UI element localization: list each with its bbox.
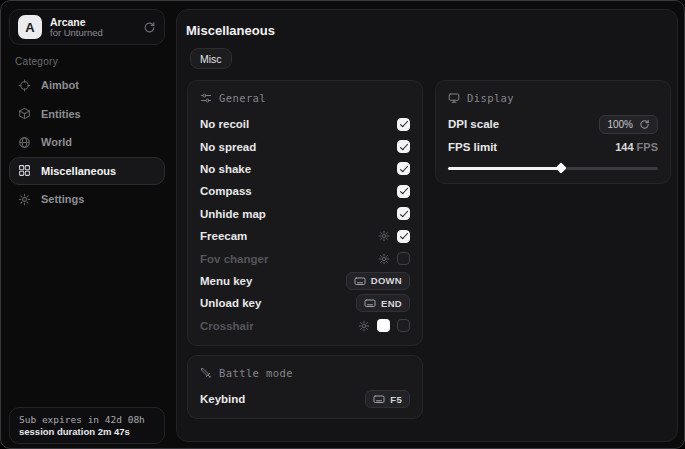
display-panel: Display DPI scale 100% FPS limit	[435, 80, 671, 184]
sub-expiry-text: Sub expires in 42d 08h	[19, 414, 155, 425]
crosshair-gear-icon[interactable]	[358, 320, 370, 332]
sidebar-item-label: Settings	[41, 193, 84, 205]
session-duration-text: session duration 2m 47s	[19, 426, 155, 437]
setting-row-crosshair: Crosshair	[200, 315, 410, 337]
subscription-status-box: Sub expires in 42d 08h session duration …	[9, 407, 165, 444]
reset-icon[interactable]	[639, 119, 650, 130]
dpi-scale-control[interactable]: 100%	[599, 115, 658, 134]
keyboard-icon	[354, 275, 366, 287]
cube-icon	[18, 107, 31, 120]
page-title: Miscellaneous	[186, 23, 275, 38]
panel-title: Battle mode	[219, 367, 293, 379]
sidebar: A Arcane for Unturned Category Aimbot En…	[1, 1, 173, 448]
fps-limit-value: 144	[615, 141, 633, 153]
fov-changer-checkbox[interactable]	[397, 252, 410, 265]
sidebar-nav: Aimbot Entities World Miscellaneous Sett…	[9, 71, 165, 214]
fps-slider-handle[interactable]	[556, 163, 567, 174]
crosshair-color-swatch[interactable]	[377, 319, 390, 332]
no-spread-checkbox[interactable]	[397, 140, 410, 153]
setting-row-no-spread: No spread	[200, 135, 410, 157]
crosshair-checkbox[interactable]	[397, 319, 410, 332]
sidebar-item-entities[interactable]: Entities	[9, 100, 165, 128]
sidebar-item-label: Miscellaneous	[41, 165, 116, 177]
main-content: Miscellaneous Misc General No recoil No	[176, 9, 678, 442]
setting-row-fov-changer: Fov changer	[200, 247, 410, 269]
brand-subtitle: for Unturned	[50, 28, 135, 39]
sliders-icon	[200, 92, 212, 104]
fps-limit-unit: FPS	[637, 141, 658, 153]
sidebar-item-label: Aimbot	[41, 79, 79, 91]
reload-icon[interactable]	[143, 21, 156, 34]
category-label: Category	[15, 56, 58, 67]
setting-row-battle-keybind: Keybind F5	[200, 388, 410, 410]
setting-row-no-shake: No shake	[200, 158, 410, 180]
grid-icon	[18, 164, 31, 177]
fps-slider-fill	[448, 167, 561, 170]
sidebar-item-label: Entities	[41, 108, 81, 120]
sidebar-item-label: World	[41, 136, 72, 148]
panel-title: Display	[467, 92, 514, 104]
gear-icon	[18, 193, 31, 206]
compass-checkbox[interactable]	[397, 185, 410, 198]
setting-row-compass: Compass	[200, 180, 410, 202]
crosshair-icon	[18, 79, 31, 92]
battle-mode-panel: Battle mode Keybind F5	[187, 355, 423, 419]
setting-row-unhide-map: Unhide map	[200, 203, 410, 225]
freecam-checkbox[interactable]	[397, 230, 410, 243]
sword-icon	[200, 367, 212, 379]
app-window: A Arcane for Unturned Category Aimbot En…	[0, 0, 685, 449]
freecam-gear-icon[interactable]	[378, 230, 390, 242]
sidebar-item-miscellaneous[interactable]: Miscellaneous	[9, 157, 165, 185]
setting-row-fps-limit: FPS limit 144 FPS	[448, 135, 658, 157]
setting-row-dpi-scale: DPI scale 100%	[448, 113, 658, 135]
battle-keybind-binding[interactable]: F5	[365, 390, 410, 408]
fps-limit-slider[interactable]	[448, 161, 658, 175]
setting-row-unload-key: Unload key END	[200, 292, 410, 314]
tab-misc[interactable]: Misc	[190, 48, 232, 69]
unhide-map-checkbox[interactable]	[397, 207, 410, 220]
setting-row-menu-key: Menu key DOWN	[200, 270, 410, 292]
general-panel: General No recoil No spread No shake	[187, 80, 423, 346]
sidebar-item-world[interactable]: World	[9, 128, 165, 156]
monitor-icon	[448, 92, 460, 104]
setting-row-no-recoil: No recoil	[200, 113, 410, 135]
brand-card: A Arcane for Unturned	[9, 9, 165, 45]
fov-changer-gear-icon[interactable]	[378, 253, 390, 265]
menu-key-binding[interactable]: DOWN	[346, 272, 410, 290]
brand-avatar: A	[18, 15, 42, 39]
no-recoil-checkbox[interactable]	[397, 118, 410, 131]
unload-key-binding[interactable]: END	[356, 294, 410, 312]
sidebar-item-settings[interactable]: Settings	[9, 185, 165, 213]
sidebar-item-aimbot[interactable]: Aimbot	[9, 71, 165, 99]
keyboard-icon	[364, 297, 376, 309]
no-shake-checkbox[interactable]	[397, 162, 410, 175]
setting-row-freecam: Freecam	[200, 225, 410, 247]
keyboard-icon	[373, 393, 385, 405]
panel-title: General	[219, 92, 266, 104]
brand-title: Arcane	[50, 16, 135, 28]
globe-icon	[18, 136, 31, 149]
